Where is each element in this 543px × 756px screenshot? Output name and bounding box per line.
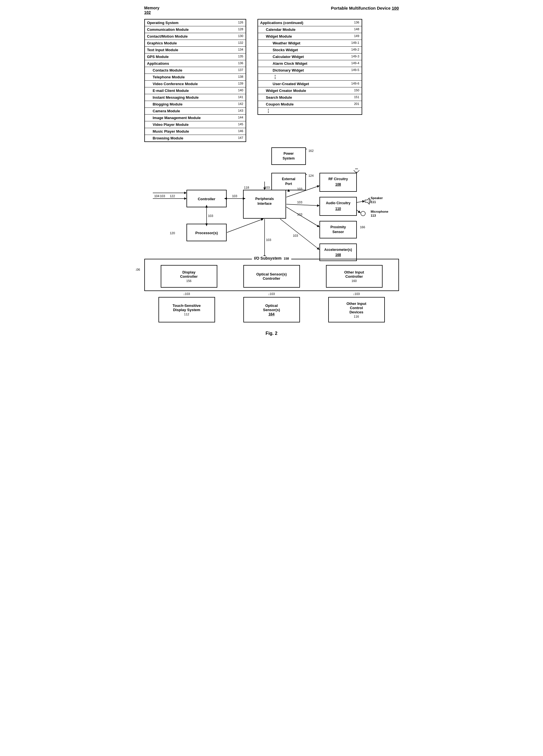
line-audio-mic [357, 210, 360, 213]
memory-row-telephone: Telephone Module138 [145, 74, 245, 81]
label-103-4: 103 [297, 187, 302, 191]
processor-ref: 120 [170, 231, 175, 235]
memory-row-blog: Blogging Module142 [145, 101, 245, 108]
device-title: Portable Multifunction Device 100 [331, 6, 399, 15]
io-section: I/O Subsystem 158 106 DisplayController … [144, 259, 399, 322]
power-ref: 162 [309, 149, 314, 152]
display-controller-box: DisplayController 156 [161, 265, 217, 288]
memory-row-gps: GPS Module135 [145, 53, 245, 60]
speaker-num: 111 [371, 200, 376, 204]
apps-row-weather: Weather Widget149-1 [258, 40, 362, 47]
memory-row-email: E-mail Client Module140 [145, 87, 245, 94]
svg-line-3 [354, 170, 357, 173]
middle-svg: Power System 162 External Port 124 Perip… [144, 145, 399, 264]
memory-row-apps: Applications136 [145, 60, 245, 67]
memory-row-camera: Camera Module143 [145, 108, 245, 115]
memory-row-graphics: Graphics Module132 [145, 40, 245, 47]
accel-label2: 168 [335, 253, 341, 257]
microphone-icon [361, 211, 365, 216]
label-103-2: 103 [232, 194, 237, 198]
line-periph-audio [287, 204, 319, 206]
external-port-label: External [282, 177, 295, 181]
controller-label: Controller [197, 197, 215, 201]
power-system-label2: System [283, 156, 295, 160]
line-audio-speaker [357, 201, 365, 203]
memory-row-comm: Communication Module128 [145, 26, 245, 33]
optical-sensor-box: OpticalSensor(s)164 [243, 297, 300, 322]
memory-row-browse: Browsing Module147 [145, 135, 245, 141]
proximity-box [320, 221, 357, 238]
rf-label: RF Circuitry [328, 177, 348, 181]
line-proc-periph [227, 219, 263, 232]
label-103-3: 103 [208, 214, 213, 217]
proximity-label: Proximity [330, 225, 346, 229]
memory-row-music: Music Player Module146 [145, 128, 245, 135]
power-system-label: Power [283, 152, 294, 156]
apps-row-widget: Widget Module149 [258, 33, 362, 40]
apps-row-widgetcreator: Widget Creator Module150 [258, 87, 362, 94]
rf-label2: 108 [335, 182, 341, 186]
speaker-icon [365, 198, 369, 204]
line-periph-prox [287, 207, 319, 227]
memory-row-text: Text Input Module134 [145, 47, 245, 53]
apps-row-alarm: Alarm Clock Widget149-4 [258, 60, 362, 67]
optical-controller-box: Optical Sensor(s)Controller [243, 265, 300, 288]
accel-label: Accelerometer(s) [324, 248, 352, 252]
apps-row-dict: Dictionary Widget149-5 [258, 67, 362, 74]
memory-row-contact: Contact/Motion Module130 [145, 33, 245, 40]
apps-ellipsis1: ⋮ [258, 74, 362, 81]
memory-box: Operating System126 Communication Module… [144, 19, 246, 142]
memory-row-videoconf: Video Conference Module139 [145, 81, 245, 87]
peripherals-label: Peripherals [255, 197, 274, 201]
apps-row-coupon: Coupon Module201 [258, 101, 362, 108]
power-system-box [272, 148, 306, 165]
audio-label: Audio Circuitry [326, 201, 350, 205]
peripherals-label2: Interface [257, 202, 272, 206]
apps-header: Applications (continued)136 [258, 20, 362, 26]
apps-row-search: Search Module151 [258, 94, 362, 101]
memory-row-im: Instant Messaging Module141 [145, 94, 245, 101]
proximity-label2: Sensor [332, 230, 344, 234]
memory-row-video: Video Player Module145 [145, 121, 245, 128]
touch-display-box: Touch-SensitiveDisplay System 112 [158, 297, 215, 322]
arrow-down-other: ↓103 [328, 291, 385, 296]
label-103-5: 103 [297, 201, 302, 204]
speaker-label: Speaker [371, 196, 383, 200]
apps-ellipsis2: ⋮ [258, 108, 362, 114]
memory-row-image: Image Management Module144 [145, 115, 245, 121]
other-input-devices-box: Other InputControlDevices 116 [328, 297, 385, 322]
apps-row-calendar: Calendar Module148 [258, 26, 362, 33]
io-title: I/O Subsystem 158 [252, 256, 291, 260]
arrow-down-optical: ↓103 [243, 291, 300, 296]
memory-row-os: Operating System126 [145, 20, 245, 26]
memory-row-contacts: Contacts Module137 [145, 67, 245, 74]
label-103-top: 103 [264, 186, 269, 189]
external-port-ref: 124 [309, 174, 314, 177]
audio-label2: 110 [335, 207, 341, 211]
apps-row-calc: Calculator Widget149-3 [258, 53, 362, 60]
fig-caption: Fig. 2 [144, 331, 399, 336]
label-103-6: 103 [297, 213, 302, 216]
audio-box [320, 197, 357, 216]
svg-line-4 [357, 170, 359, 173]
proximity-ref: 166 [360, 225, 365, 229]
label-103-8: 103 [266, 238, 271, 242]
middle-diagram: Power System 162 External Port 124 Perip… [144, 145, 399, 264]
apps-row-stocks: Stocks Widget149-2 [258, 47, 362, 53]
ref-106: 106 [136, 268, 140, 271]
apps-box: Applications (continued)136 Calendar Mod… [257, 19, 362, 115]
ref-118: 118 [244, 186, 249, 189]
controller-ref: 122 [170, 194, 175, 198]
microphone-label: Microphone [371, 210, 388, 213]
left-ref: 104 [154, 194, 159, 198]
other-input-controller-box: Other InputController 160 [326, 265, 383, 288]
label-103-7: 103 [293, 234, 298, 237]
apps-row-usercreated: User-Created Widget149-6 [258, 81, 362, 87]
arrow-down-display: ↓103 [158, 291, 215, 296]
external-port-label2: Port [285, 182, 292, 186]
label-103-1: 103 [160, 194, 165, 198]
microphone-num: 113 [371, 214, 376, 217]
memory-title: Memory102 [144, 6, 159, 15]
accel-box [320, 244, 357, 261]
processor-label: Processor(s) [195, 231, 217, 235]
